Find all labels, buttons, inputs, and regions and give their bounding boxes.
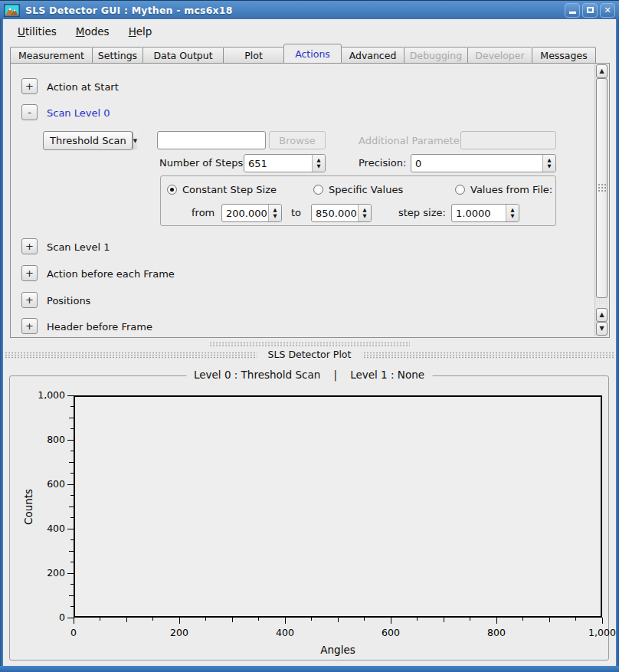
scan-mode-value: Threshold Scan <box>44 135 133 146</box>
to-spinbox[interactable]: 850.0000 ▲▼ <box>311 204 372 222</box>
splitter-handle[interactable] <box>209 342 410 347</box>
values-from-file-radio[interactable] <box>455 185 465 195</box>
header-before-frame-label: Header before Frame <box>47 321 152 333</box>
spin-down-icon[interactable]: ▼ <box>317 164 321 169</box>
scrollbar-grip-icon <box>598 183 606 193</box>
scroll-up-button-bottom[interactable]: ▲ <box>596 308 608 322</box>
y-axis-tick <box>67 618 74 618</box>
tab-messages[interactable]: Messages <box>532 47 596 64</box>
tab-actions[interactable]: Actions <box>283 44 342 64</box>
x-tick-label: 1,000 <box>572 627 619 638</box>
y-axis-tick <box>70 539 74 540</box>
action-before-each-frame-label: Action before each Frame <box>47 268 175 280</box>
tab-developer: Developer <box>467 47 532 64</box>
tab-bar: Measurement Settings Data Output Plot Ac… <box>10 44 596 64</box>
tab-debugging: Debugging <box>404 47 467 64</box>
y-axis-tick <box>70 562 74 562</box>
expand-action-before-frame-button[interactable]: + <box>21 265 38 281</box>
expand-scan-level-1-button[interactable]: + <box>21 238 38 254</box>
y-axis-tick <box>67 529 74 529</box>
plot-dock-titlebar[interactable]: SLS Detector Plot <box>3 348 616 362</box>
actions-scrollbar[interactable]: ▲ ▲ ▼ <box>594 64 608 336</box>
menu-utilities[interactable]: Utilities <box>11 23 64 40</box>
scrollbar-track[interactable] <box>596 298 608 308</box>
spin-down-icon[interactable]: ▼ <box>548 164 552 169</box>
y-axis-tick <box>69 418 74 418</box>
minimize-button[interactable] <box>565 3 580 18</box>
menu-bar: Utilities Modes Help <box>3 20 616 43</box>
x-axis-tick <box>417 618 418 621</box>
from-spinbox[interactable]: 200.0000 ▲▼ <box>221 204 282 222</box>
from-label: from <box>192 207 215 218</box>
x-axis-tick <box>549 618 550 622</box>
spin-up-icon[interactable]: ▲ <box>317 158 321 163</box>
step-size-spinbox[interactable]: 1.0000 ▲▼ <box>451 204 519 222</box>
constant-step-size-label: Constant Step Size <box>182 184 277 195</box>
app-window: SLS Detector GUI : Mythen - mcs6x18 ✕ Ut… <box>0 0 619 672</box>
collapse-scan-level-0-button[interactable]: - <box>21 104 38 120</box>
x-axis-tick <box>602 618 603 624</box>
close-button[interactable]: ✕ <box>600 3 615 18</box>
tab-data-output[interactable]: Data Output <box>142 47 223 64</box>
number-of-steps-spinbox[interactable]: 651 ▲▼ <box>244 154 326 172</box>
x-axis-tick <box>338 618 339 622</box>
plot-canvas[interactable] <box>74 395 602 618</box>
expand-action-at-start-button[interactable]: + <box>21 78 38 94</box>
spin-down-icon[interactable]: ▼ <box>363 214 367 219</box>
x-axis-tick <box>496 618 497 624</box>
plot-group-title: Level 0 : Threshold Scan | Level 1 : Non… <box>186 369 432 381</box>
y-axis-tick <box>70 473 74 474</box>
constant-step-size-radio[interactable] <box>167 185 177 195</box>
splitter-area: SLS Detector Plot <box>3 338 616 364</box>
y-axis-tick <box>67 573 74 574</box>
y-tick-label: 0 <box>10 611 65 623</box>
step-size-value: 1.0000 <box>456 205 505 221</box>
y-tick-label: 200 <box>10 567 65 579</box>
menu-help[interactable]: Help <box>122 23 159 40</box>
x-axis-title: Angles <box>261 644 414 656</box>
scan-script-input[interactable] <box>157 131 266 149</box>
spin-buttons[interactable]: ▲▼ <box>542 155 555 172</box>
scroll-down-button[interactable]: ▼ <box>596 322 608 336</box>
spin-down-icon[interactable]: ▼ <box>273 214 277 219</box>
x-tick-label: 400 <box>254 627 316 638</box>
scrollbar-thumb[interactable] <box>596 78 608 298</box>
menu-modes[interactable]: Modes <box>69 23 116 40</box>
spin-up-icon[interactable]: ▲ <box>511 208 515 213</box>
spin-buttons[interactable]: ▲▼ <box>268 205 281 221</box>
spin-down-icon[interactable]: ▼ <box>511 214 515 219</box>
x-axis-tick <box>232 618 233 622</box>
precision-spinbox[interactable]: 0 ▲▼ <box>411 154 556 172</box>
y-axis-tick <box>69 595 74 596</box>
spin-buttons[interactable]: ▲▼ <box>358 205 371 221</box>
spin-up-icon[interactable]: ▲ <box>548 158 552 163</box>
x-axis-tick <box>364 618 365 621</box>
tab-plot[interactable]: Plot <box>223 47 283 64</box>
y-axis-tick <box>70 517 74 518</box>
x-axis-tick <box>311 618 312 621</box>
spin-buttons[interactable]: ▲▼ <box>506 205 519 221</box>
maximize-icon <box>587 7 594 13</box>
x-axis-tick <box>522 618 523 621</box>
tab-settings[interactable]: Settings <box>92 47 142 64</box>
y-axis-tick <box>70 584 74 585</box>
tab-measurement[interactable]: Measurement <box>10 47 92 64</box>
title-bar[interactable]: SLS Detector GUI : Mythen - mcs6x18 ✕ <box>0 0 619 19</box>
expand-positions-button[interactable]: + <box>21 292 38 308</box>
expand-header-before-frame-button[interactable]: + <box>21 318 38 334</box>
x-tick-label: 200 <box>149 627 210 638</box>
scroll-up-button[interactable]: ▲ <box>596 64 608 78</box>
y-axis-tick <box>67 395 74 396</box>
spin-up-icon[interactable]: ▲ <box>273 208 277 213</box>
action-at-start-label: Action at Start <box>47 81 119 93</box>
scan-mode-combobox[interactable]: Threshold Scan ▼ <box>43 131 133 150</box>
maximize-button[interactable] <box>582 3 598 18</box>
spin-up-icon[interactable]: ▲ <box>363 208 367 213</box>
specific-values-radio[interactable] <box>313 185 323 195</box>
up-arrow-icon: ▲ <box>599 68 604 74</box>
y-axis-tick <box>70 451 74 451</box>
x-axis-tick <box>575 618 576 621</box>
spin-buttons[interactable]: ▲▼ <box>312 155 325 172</box>
tab-advanced[interactable]: Advanced <box>342 47 404 64</box>
x-axis-tick <box>100 618 100 621</box>
